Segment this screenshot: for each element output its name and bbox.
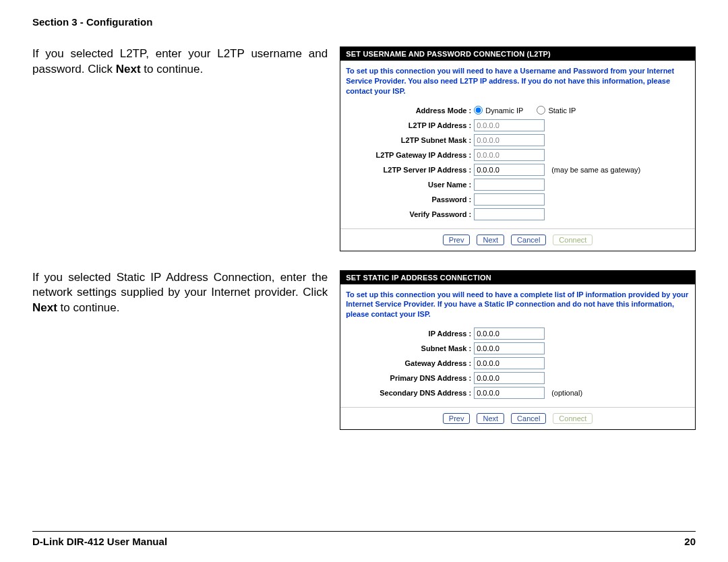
form-area: IP Address : Subnet Mask : Gateway Addre… bbox=[340, 326, 695, 407]
secondary-dns-input[interactable] bbox=[474, 387, 545, 399]
section-header: Section 3 - Configuration bbox=[32, 16, 696, 28]
address-mode-label: Address Mode : bbox=[346, 106, 474, 115]
gateway-address-input[interactable] bbox=[474, 357, 545, 369]
panel-title: SET STATIC IP ADDRESS CONNECTION bbox=[340, 271, 695, 284]
ip-address-input[interactable] bbox=[474, 327, 545, 340]
static-ip-instruction-text: If you selected Static IP Address Connec… bbox=[32, 270, 328, 431]
static-ip-config-panel: SET STATIC IP ADDRESS CONNECTION To set … bbox=[340, 270, 696, 431]
radio-label: Static IP bbox=[548, 106, 576, 115]
bold-next: Next bbox=[116, 63, 141, 75]
static-ip-section: If you selected Static IP Address Connec… bbox=[32, 270, 696, 431]
panel-title: SET USERNAME AND PASSWORD CONNECTION (L2… bbox=[340, 47, 695, 61]
verify-password-input[interactable] bbox=[474, 208, 545, 220]
server-hint: (may be same as gateway) bbox=[551, 166, 640, 174]
bold-next: Next bbox=[32, 301, 57, 314]
l2tp-instruction-text: If you selected L2TP, enter your L2TP us… bbox=[32, 46, 328, 251]
button-row: Prev Next Cancel Connect bbox=[340, 407, 695, 429]
username-input[interactable] bbox=[474, 179, 545, 191]
text: to continue. bbox=[57, 301, 120, 314]
optional-hint: (optional) bbox=[551, 389, 582, 397]
text: to continue. bbox=[141, 63, 204, 75]
text: If you selected Static IP Address Connec… bbox=[32, 271, 328, 299]
panel-description: To set up this connection you will need … bbox=[340, 61, 695, 103]
connect-button: Connect bbox=[553, 413, 593, 424]
radio-label: Dynamic IP bbox=[485, 106, 523, 115]
button-row: Prev Next Cancel Connect bbox=[340, 228, 695, 251]
dynamic-ip-radio[interactable]: Dynamic IP bbox=[474, 106, 523, 115]
password-input[interactable] bbox=[474, 193, 545, 206]
next-button[interactable]: Next bbox=[477, 235, 504, 245]
l2tp-server-input[interactable] bbox=[474, 164, 545, 176]
l2tp-subnet-input[interactable] bbox=[474, 134, 545, 146]
panel-description: To set up this connection you will need … bbox=[340, 284, 695, 327]
page-number: 20 bbox=[684, 536, 696, 547]
cancel-button[interactable]: Cancel bbox=[511, 235, 546, 245]
l2tp-ip-input[interactable] bbox=[474, 119, 545, 131]
dynamic-ip-radio-input[interactable] bbox=[474, 106, 483, 115]
static-ip-radio[interactable]: Static IP bbox=[537, 106, 576, 115]
username-label: User Name : bbox=[346, 181, 474, 189]
manual-title: D-Link DIR-412 User Manual bbox=[32, 536, 167, 547]
primary-dns-input[interactable] bbox=[474, 372, 545, 384]
cancel-button[interactable]: Cancel bbox=[511, 413, 546, 424]
prev-button[interactable]: Prev bbox=[443, 413, 471, 424]
verify-password-label: Verify Password : bbox=[346, 210, 474, 218]
gateway-address-label: Gateway Address : bbox=[346, 359, 474, 367]
l2tp-server-label: L2TP Server IP Address : bbox=[346, 166, 474, 174]
l2tp-gateway-input[interactable] bbox=[474, 149, 545, 161]
form-area: Address Mode : Dynamic IP Static IP L2TP… bbox=[340, 103, 695, 228]
primary-dns-label: Primary DNS Address : bbox=[346, 374, 474, 382]
subnet-mask-input[interactable] bbox=[474, 342, 545, 354]
connect-button: Connect bbox=[553, 235, 593, 245]
l2tp-subnet-label: L2TP Subnet Mask : bbox=[346, 136, 474, 144]
l2tp-gateway-label: L2TP Gateway IP Address : bbox=[346, 151, 474, 159]
password-label: Password : bbox=[346, 195, 474, 204]
l2tp-config-panel: SET USERNAME AND PASSWORD CONNECTION (L2… bbox=[340, 46, 696, 251]
secondary-dns-label: Secondary DNS Address : bbox=[346, 389, 474, 397]
page-footer: D-Link DIR-412 User Manual 20 bbox=[32, 531, 696, 547]
subnet-mask-label: Subnet Mask : bbox=[346, 344, 474, 352]
next-button[interactable]: Next bbox=[477, 413, 504, 424]
l2tp-section: If you selected L2TP, enter your L2TP us… bbox=[32, 46, 696, 251]
ip-address-label: IP Address : bbox=[346, 330, 474, 338]
static-ip-radio-input[interactable] bbox=[537, 106, 545, 115]
prev-button[interactable]: Prev bbox=[443, 235, 471, 245]
l2tp-ip-label: L2TP IP Address : bbox=[346, 121, 474, 129]
